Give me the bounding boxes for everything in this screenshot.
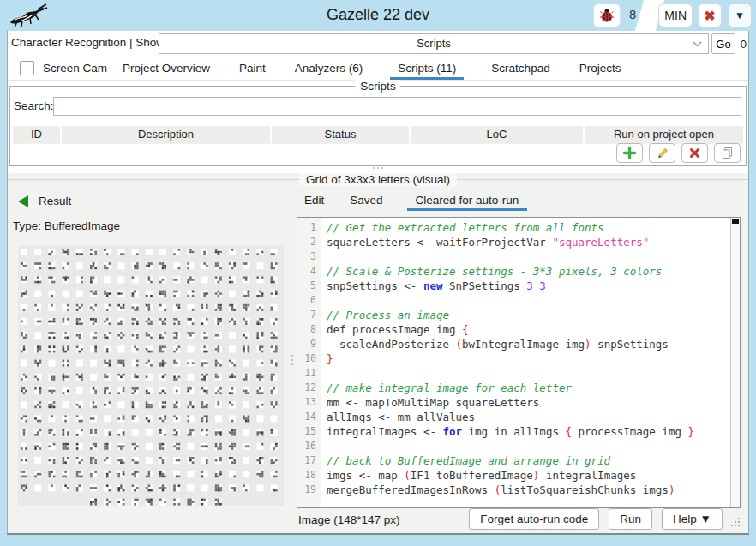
- code-line: 17// back to BufferedImage and arrange i…: [297, 453, 730, 468]
- line-number: 4: [297, 264, 321, 279]
- code-area[interactable]: 1// Get the extracted letters from all f…: [297, 218, 730, 507]
- horizontal-splitter-handle[interactable]: [373, 167, 383, 169]
- image-info-label: Image (148*147 px): [298, 513, 400, 526]
- code-text: [321, 439, 327, 453]
- screen-cam-checkbox[interactable]: [20, 61, 34, 75]
- code-line: 14allImgs <- mm allValues: [297, 410, 730, 424]
- column-header-status[interactable]: Status: [272, 126, 411, 143]
- line-number: 7: [297, 308, 321, 322]
- line-number: 11: [297, 366, 321, 381]
- result-label: Result: [39, 195, 71, 207]
- code-text: // make integral image for each letter: [321, 381, 572, 395]
- line-number: 1: [297, 220, 321, 235]
- code-line: 9 scaleAndPosterize (bwIntegralImage img…: [297, 337, 730, 351]
- add-script-button[interactable]: [616, 143, 643, 163]
- tab-scratchpad[interactable]: Scratchpad: [489, 57, 551, 80]
- code-text: allImgs <- mm allValues: [321, 410, 475, 424]
- tab-projects[interactable]: Projects: [578, 57, 623, 80]
- line-number: 3: [297, 249, 321, 264]
- tab-scripts-11[interactable]: Scripts (11): [390, 57, 464, 80]
- line-number: 17: [297, 453, 321, 468]
- column-header-run-on-project-open[interactable]: Run on project open: [585, 126, 743, 143]
- editor-tab-saved[interactable]: Saved: [348, 189, 384, 211]
- line-number: 19: [297, 483, 321, 497]
- code-line: 6: [297, 293, 730, 308]
- run-button[interactable]: Run: [609, 508, 652, 530]
- line-number: 2: [297, 235, 321, 249]
- duplicate-script-button[interactable]: [714, 143, 741, 163]
- code-text: [321, 293, 327, 308]
- edit-script-button[interactable]: [649, 143, 675, 163]
- result-region: Grid of 3x3x3 letters (visual) Result Ty…: [8, 173, 748, 533]
- code-line: 4// Scale & Posterize settings - 3*3 pix…: [297, 264, 730, 279]
- resize-grip[interactable]: [729, 516, 741, 527]
- result-header[interactable]: Result: [18, 195, 71, 207]
- editor-tabs: EditSavedCleared for auto-run: [303, 189, 527, 211]
- code-line: 1// Get the extracted letters from all f…: [297, 220, 730, 235]
- result-type-label: Type: BufferedImage: [13, 219, 120, 232]
- tab-project-overview[interactable]: Project Overview: [121, 57, 212, 80]
- search-input[interactable]: [53, 97, 741, 116]
- close-button[interactable]: ✖: [698, 3, 722, 27]
- line-number: 10: [297, 351, 321, 366]
- code-text: imgs <- map (IF1 toBufferedImage) integr…: [321, 468, 636, 483]
- code-line: 19mergeBufferedImagesInRows (listToSquar…: [297, 483, 730, 497]
- code-line: 8def processImage img {: [297, 322, 730, 337]
- cross-icon: [689, 147, 700, 159]
- main-tabbar: Screen Cam Project OverviewPaintAnalyzer…: [8, 57, 748, 81]
- bug-count: 8: [629, 8, 636, 21]
- code-text: snpSettings <- new SnPSettings 3 3: [321, 279, 546, 293]
- code-line: 13mm <- mapToMultiMap squareLetters: [297, 395, 730, 410]
- bug-report-button[interactable]: [593, 3, 621, 27]
- code-line: 2squareLetters <- waitForProjectVar "squ…: [297, 235, 730, 249]
- scripts-groupbox-title: Scripts: [355, 80, 400, 93]
- window-menu-button[interactable]: ▼: [728, 3, 752, 27]
- line-number: 16: [297, 439, 321, 453]
- script-action-buttons: [616, 143, 741, 163]
- minimize-button[interactable]: MIN: [658, 3, 693, 27]
- plus-icon: [623, 147, 636, 159]
- code-line: 11: [297, 366, 730, 381]
- screen-cam-toggle[interactable]: Screen Cam: [20, 61, 107, 75]
- forget-auto-run-code-button[interactable]: Forget auto-run code: [469, 508, 599, 530]
- scripts-table-header: IDDescriptionStatusLoCRun on project ope…: [13, 126, 743, 144]
- code-text: }: [321, 351, 333, 366]
- editor-tab-cleared-for-auto-run[interactable]: Cleared for auto-run: [407, 189, 528, 211]
- vertical-splitter-handle[interactable]: [291, 355, 293, 365]
- code-text: def processImage img {: [321, 322, 469, 337]
- go-button[interactable]: Go: [711, 33, 735, 54]
- screen-cam-label: Screen Cam: [43, 62, 107, 75]
- scripts-groupbox: Scripts Search: IDDescriptionStatusLoCRu…: [9, 86, 747, 166]
- letter-grid-image: [18, 245, 284, 506]
- column-header-loc[interactable]: LoC: [411, 126, 585, 143]
- code-line: 10}: [297, 351, 730, 366]
- code-text: // Process an image: [321, 308, 449, 322]
- column-header-id[interactable]: ID: [13, 126, 62, 143]
- chevron-down-icon: [693, 41, 702, 47]
- editor-scrollbar[interactable]: [730, 218, 740, 507]
- result-group-title: Grid of 3x3x3 letters (visual): [299, 173, 457, 186]
- editor-tab-edit[interactable]: Edit: [303, 189, 326, 211]
- pencil-icon: [656, 147, 669, 159]
- line-number: 12: [297, 381, 321, 395]
- copy-icon: [721, 147, 734, 159]
- line-number: 8: [297, 322, 321, 337]
- code-text: // Get the extracted letters from all fo…: [321, 220, 604, 235]
- line-number: 5: [297, 279, 321, 293]
- tab-analyzers-6[interactable]: Analyzers (6): [293, 57, 365, 80]
- main-tabs: Project OverviewPaintAnalyzers (6)Script…: [121, 57, 622, 80]
- show-combobox[interactable]: Scripts: [159, 33, 709, 54]
- tab-paint[interactable]: Paint: [237, 57, 267, 80]
- column-header-description[interactable]: Description: [62, 126, 272, 143]
- delete-script-button[interactable]: [681, 143, 708, 163]
- code-text: squareLetters <- waitForProjectVar "squa…: [321, 235, 649, 249]
- help-button[interactable]: Help ▼: [662, 508, 723, 530]
- line-number: 15: [297, 424, 321, 439]
- code-text: // Scale & Posterize settings - 3*3 pixe…: [321, 264, 662, 279]
- code-line: 18imgs <- map (IF1 toBufferedImage) inte…: [297, 468, 730, 483]
- titlebar: Gazelle 22 dev 8 MIN ✖ ▼: [0, 0, 756, 31]
- scrollbar-thumb[interactable]: [732, 219, 739, 224]
- code-text: // back to BufferedImage and arrange in …: [321, 453, 610, 468]
- code-text: mm <- mapToMultiMap squareLetters: [321, 395, 539, 410]
- code-text: [321, 249, 327, 264]
